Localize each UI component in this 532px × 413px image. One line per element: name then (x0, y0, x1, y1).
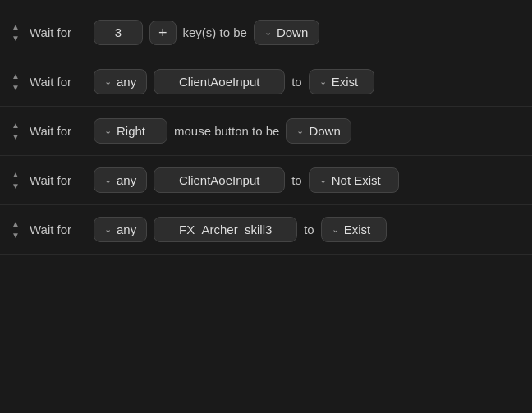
row1-label: Wait for (30, 25, 87, 39)
row4-left-chevron-icon: ⌄ (104, 175, 112, 186)
row2-any-value: any (117, 75, 136, 89)
row4-label: Wait for (30, 173, 87, 187)
row3-right-dropdown[interactable]: ⌄ Right (94, 118, 167, 144)
row1-down-arrow[interactable]: ▼ (9, 34, 22, 44)
row4-to-text: to (291, 173, 302, 187)
row-4: ▲ ▼ Wait for ⌄ any to ⌄ Not Exist (0, 156, 532, 205)
row1-down-value: Down (277, 25, 308, 39)
row4-notexist-value: Not Exist (332, 173, 381, 187)
row5-to-text: to (304, 223, 314, 236)
row2-any-dropdown[interactable]: ⌄ any (94, 69, 147, 94)
row2-down-arrow[interactable]: ▼ (9, 83, 22, 93)
row5-right-chevron-icon: ⌄ (332, 224, 339, 235)
row3-label: Wait for (30, 124, 87, 138)
row4-input-field[interactable] (154, 167, 285, 193)
row3-down-dropdown[interactable]: ⌄ Down (286, 118, 351, 144)
row5-label: Wait for (30, 223, 87, 236)
row4-down-arrow[interactable]: ▼ (9, 181, 22, 191)
row3-down-arrow[interactable]: ▼ (9, 132, 22, 142)
row5-input-field[interactable] (154, 217, 297, 242)
row2-exist-value: Exist (332, 75, 359, 89)
row5-up-arrow[interactable]: ▲ (9, 219, 22, 229)
row2-up-arrow[interactable]: ▲ (9, 71, 22, 81)
row4-up-arrow[interactable]: ▲ (9, 170, 22, 180)
row2-left-chevron-icon: ⌄ (104, 76, 112, 87)
row2-input-field[interactable] (154, 69, 285, 94)
row4-any-value: any (117, 173, 136, 187)
row1-chevron-icon: ⌄ (264, 27, 272, 38)
row1-arrows: ▲ ▼ (8, 22, 23, 44)
row5-left-chevron-icon: ⌄ (104, 224, 112, 235)
row3-arrows: ▲ ▼ (8, 121, 23, 142)
row5-arrows: ▲ ▼ (8, 219, 23, 241)
row2-to-text: to (291, 75, 302, 89)
row1-plus-button[interactable]: + (149, 21, 177, 45)
row3-right-chevron-icon: ⌄ (296, 126, 304, 136)
row-5: ▲ ▼ Wait for ⌄ any to ⌄ Exist (0, 205, 532, 255)
row2-label: Wait for (30, 75, 87, 89)
row-1: ▲ ▼ Wait for + key(s) to be ⌄ Down (0, 8, 532, 57)
row3-down-value: Down (309, 124, 340, 138)
row4-any-dropdown[interactable]: ⌄ any (94, 167, 147, 193)
row2-right-chevron-icon: ⌄ (319, 76, 327, 87)
row4-arrows: ▲ ▼ (8, 170, 23, 191)
row5-any-dropdown[interactable]: ⌄ any (94, 217, 147, 242)
row1-keys-text: key(s) to be (183, 25, 247, 39)
row3-right-value: Right (117, 124, 145, 138)
row2-arrows: ▲ ▼ (8, 71, 23, 93)
row1-up-arrow[interactable]: ▲ (9, 22, 22, 32)
row5-any-value: any (117, 223, 136, 236)
row3-up-arrow[interactable]: ▲ (9, 121, 22, 131)
row4-notexist-dropdown[interactable]: ⌄ Not Exist (309, 167, 399, 193)
row-3: ▲ ▼ Wait for ⌄ Right mouse button to be … (0, 107, 532, 156)
row5-exist-dropdown[interactable]: ⌄ Exist (321, 217, 387, 242)
row4-right-chevron-icon: ⌄ (319, 175, 327, 186)
row1-down-dropdown[interactable]: ⌄ Down (254, 20, 319, 45)
row5-exist-value: Exist (344, 223, 371, 236)
row3-left-chevron-icon: ⌄ (104, 126, 112, 136)
row1-number-input[interactable] (94, 20, 143, 45)
row5-down-arrow[interactable]: ▼ (9, 231, 22, 241)
row2-exist-dropdown[interactable]: ⌄ Exist (309, 69, 374, 94)
row-2: ▲ ▼ Wait for ⌄ any to ⌄ Exist (0, 57, 532, 107)
row3-mouse-text: mouse button to be (174, 124, 279, 138)
